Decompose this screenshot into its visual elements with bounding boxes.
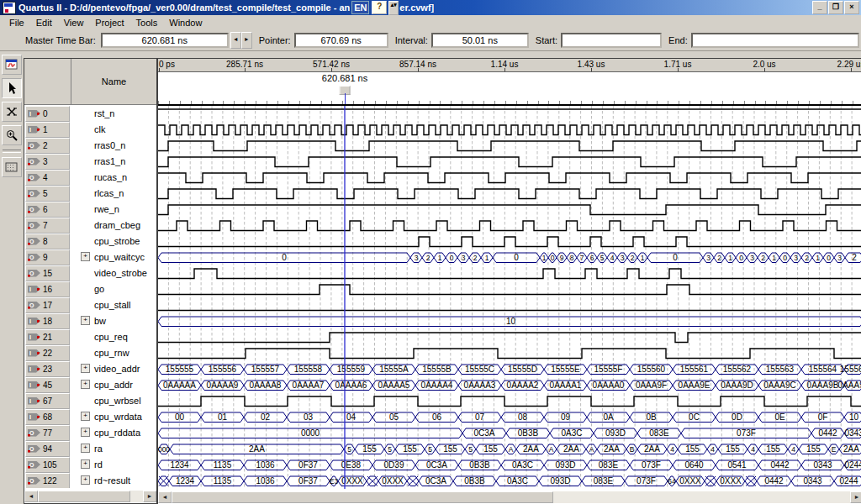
signal-row-rlcas_n[interactable]: O5+rlcas_n (24, 185, 156, 201)
signal-id-button[interactable]: O17 (25, 297, 70, 313)
signal-row-cpu_wrdata[interactable]: I68+cpu_wrdata (24, 408, 156, 424)
signal-row-bw[interactable]: I18+bw (24, 312, 156, 328)
scroll-right-button[interactable]: ► (143, 491, 156, 502)
scroll-right-button[interactable]: ► (850, 491, 861, 503)
language-help-icon[interactable]: ? (372, 1, 387, 14)
signal-row-cpu_addr[interactable]: I45+cpu_addr (24, 376, 156, 392)
master-time-bar-field[interactable]: 620.681 ns (101, 33, 229, 48)
language-options-icon[interactable]: ▴▾ (388, 1, 399, 15)
signal-name-cell[interactable]: +video_addr (70, 360, 156, 376)
signal-row-video_addr[interactable]: I23+video_addr (24, 360, 156, 376)
signal-id-button[interactable]: O3 (25, 154, 70, 170)
signal-id-button[interactable]: I0 (25, 106, 70, 122)
signal-id-button[interactable]: I45 (25, 377, 70, 393)
scroll-track[interactable] (553, 491, 850, 503)
signal-id-button[interactable]: I23 (25, 361, 70, 377)
menu-view[interactable]: View (58, 16, 90, 29)
signal-name-cell[interactable]: +video_strobe (70, 265, 156, 281)
signal-id-button[interactable]: O15 (25, 265, 70, 281)
signal-name-cell[interactable]: +cpu_stall (70, 297, 156, 312)
expander-icon[interactable]: + (81, 380, 90, 389)
signal-row-go[interactable]: I16+go (24, 281, 156, 297)
signal-id-button[interactable]: I68 (25, 409, 70, 425)
signal-id-button[interactable]: O6 (25, 202, 70, 218)
scroll-thumb[interactable] (172, 491, 553, 503)
signal-row-cpu_strobe[interactable]: O8+cpu_strobe (24, 233, 156, 249)
signal-row-cpu_rnw[interactable]: I22+cpu_rnw (24, 344, 156, 360)
expander-icon[interactable]: + (81, 412, 90, 421)
menu-window[interactable]: Window (163, 16, 208, 29)
menu-edit[interactable]: Edit (30, 16, 58, 29)
spin-right-button[interactable]: ▸ (241, 32, 252, 49)
signal-row-rd~result[interactable]: O122+rd~result (24, 472, 156, 488)
signal-id-button[interactable]: O122 (25, 473, 70, 489)
signal-row-rucas_n[interactable]: O4+rucas_n (24, 169, 156, 185)
wave-editor-button[interactable] (2, 55, 22, 75)
signal-name-cell[interactable]: +dram_cbeg (70, 217, 156, 233)
expander-icon[interactable]: + (81, 316, 90, 325)
signal-row-dram_cbeg[interactable]: O7+dram_cbeg (24, 217, 156, 233)
name-panel-scrollbar[interactable]: ◄ ► (24, 491, 156, 502)
signal-name-cell[interactable]: +cpu_wrbsel (70, 392, 156, 408)
signal-row-cpu_waitcyc[interactable]: O9+cpu_waitcyc (24, 249, 156, 265)
fullscreen-button[interactable] (2, 157, 22, 177)
scroll-thumb[interactable] (38, 491, 130, 502)
signal-row-video_strobe[interactable]: O15+video_strobe (24, 265, 156, 281)
edit-tool-button[interactable] (2, 102, 22, 122)
signal-row-cpu_rddata[interactable]: O77+cpu_rddata (24, 424, 156, 440)
signal-name-cell[interactable]: +rst_n (70, 105, 156, 121)
signal-id-button[interactable]: O105 (25, 457, 70, 473)
signal-name-cell[interactable]: +rras0_n (70, 137, 156, 153)
signal-name-cell[interactable]: +rlcas_n (70, 185, 156, 201)
expander-icon[interactable]: + (81, 252, 90, 261)
signal-id-button[interactable]: I22 (25, 345, 70, 361)
menu-project[interactable]: Project (89, 16, 129, 29)
scroll-track[interactable] (130, 491, 143, 502)
close-button[interactable]: × (844, 1, 859, 14)
signal-id-button[interactable]: I21 (25, 329, 70, 345)
signal-id-button[interactable]: O4 (25, 170, 70, 186)
signal-name-cell[interactable]: +rucas_n (70, 169, 156, 185)
signal-row-cpu_stall[interactable]: O17+cpu_stall (24, 297, 156, 312)
signal-name-cell[interactable]: +go (70, 281, 156, 297)
menu-tools[interactable]: Tools (130, 16, 164, 29)
minimize-button[interactable]: _ (812, 1, 827, 14)
expander-icon[interactable]: + (81, 364, 90, 373)
signal-row-cpu_wrbsel[interactable]: I67+cpu_wrbsel (24, 392, 156, 408)
signal-name-cell[interactable]: +cpu_wrdata (70, 408, 156, 424)
expander-icon[interactable]: + (81, 459, 90, 469)
signal-name-cell[interactable]: +cpu_req (70, 328, 156, 344)
scroll-left-button[interactable]: ◄ (24, 491, 38, 502)
signal-name-cell[interactable]: +rras1_n (70, 153, 156, 169)
signal-row-rd[interactable]: O105+rd (24, 456, 156, 472)
waveform-display[interactable]: 0321032101098765432103210321032103210155… (158, 106, 861, 489)
end-field[interactable] (691, 33, 859, 48)
signal-row-rwe_n[interactable]: O6+rwe_n (24, 201, 156, 217)
start-field[interactable] (561, 33, 662, 48)
signal-id-button[interactable]: I67 (25, 393, 70, 409)
signal-row-rras1_n[interactable]: O3+rras1_n (24, 153, 156, 169)
time-bar-band[interactable]: 620.681 ns (158, 72, 861, 106)
signal-id-button[interactable]: O94 (25, 441, 70, 457)
signal-id-button[interactable]: O5 (25, 186, 70, 202)
signal-id-button[interactable]: O9 (25, 249, 70, 265)
selection-tool-button[interactable] (2, 78, 22, 98)
signal-name-cell[interactable]: +rd~result (70, 472, 156, 488)
signal-name-cell[interactable]: +rd (70, 456, 156, 472)
signal-name-cell[interactable]: +cpu_addr (70, 376, 156, 392)
signal-id-button[interactable]: I18 (25, 313, 70, 329)
waveform-scrollbar[interactable]: ◄ ► (158, 491, 861, 503)
waveform-svg[interactable]: 0321032101098765432103210321032103210155… (158, 106, 861, 489)
signal-name-cell[interactable]: +rwe_n (70, 201, 156, 217)
signal-id-button[interactable]: O8 (25, 234, 70, 249)
signal-id-button[interactable]: I16 (25, 281, 70, 297)
signal-id-button[interactable]: I1 (25, 122, 70, 138)
signal-name-cell[interactable]: +cpu_rddata (70, 424, 156, 440)
signal-name-cell[interactable]: +cpu_rnw (70, 344, 156, 360)
expander-icon[interactable]: + (81, 428, 90, 437)
timeline-ruler[interactable]: 0 ps285.71 ns571.42 ns857.14 ns1.14 us1.… (158, 59, 861, 72)
signal-name-cell[interactable]: +ra (70, 440, 156, 456)
signal-row-clk[interactable]: I1+clk (24, 121, 156, 137)
spin-left-button[interactable]: ◂ (230, 32, 241, 49)
expander-icon[interactable]: + (81, 444, 90, 453)
